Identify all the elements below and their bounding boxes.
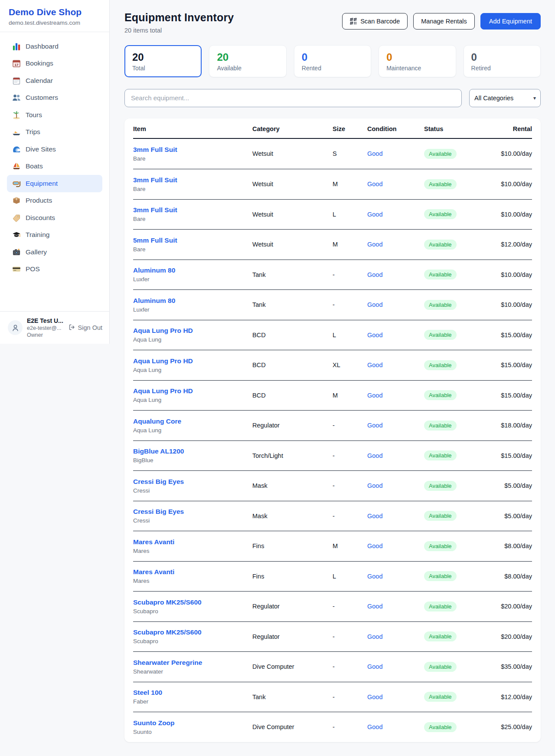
item-name-link[interactable]: Mares Avanti bbox=[133, 568, 174, 576]
column-header-item: Item bbox=[133, 118, 252, 138]
sidebar-item-products[interactable]: Products bbox=[7, 192, 102, 210]
item-condition-link[interactable]: Good bbox=[367, 150, 382, 157]
item-condition-link[interactable]: Good bbox=[367, 362, 382, 368]
item-name-link[interactable]: BigBlue AL1200 bbox=[133, 447, 184, 455]
sidebar-item-customers[interactable]: Customers bbox=[7, 89, 102, 107]
item-name-link[interactable]: Aqua Lung Pro HD bbox=[133, 357, 193, 365]
item-condition-link[interactable]: Good bbox=[367, 633, 382, 640]
status-badge: Available bbox=[424, 511, 457, 521]
item-name-link[interactable]: Cressi Big Eyes bbox=[133, 508, 184, 516]
sidebar-item-label: Trips bbox=[26, 128, 40, 136]
stat-card-rented[interactable]: 0 Rented bbox=[294, 45, 371, 77]
item-category: Mask bbox=[252, 482, 333, 489]
stat-card-maintenance[interactable]: 0 Maintenance bbox=[379, 45, 456, 77]
manage-rentals-button[interactable]: Manage Rentals bbox=[413, 13, 475, 30]
status-badge: Available bbox=[424, 360, 457, 370]
sidebar-item-pos[interactable]: POS bbox=[7, 261, 102, 278]
item-cell: 5mm Full Suit Bare bbox=[133, 237, 252, 253]
item-name-link[interactable]: Aluminum 80 bbox=[133, 266, 175, 274]
sign-out-button[interactable]: Sign Out bbox=[69, 324, 102, 332]
item-name-link[interactable]: 3mm Full Suit bbox=[133, 146, 177, 154]
item-brand: Aqua Lung bbox=[133, 427, 252, 434]
item-name-link[interactable]: Cressi Big Eyes bbox=[133, 478, 184, 486]
item-size: - bbox=[333, 633, 367, 640]
status-badge: Available bbox=[424, 330, 457, 340]
item-name-link[interactable]: Aqualung Core bbox=[133, 417, 181, 425]
brand-title[interactable]: Demo Dive Shop bbox=[9, 7, 101, 17]
table-row: BigBlue AL1200 BigBlue Torch/Light - Goo… bbox=[133, 440, 532, 471]
status-badge: Available bbox=[424, 270, 457, 279]
sidebar-item-training[interactable]: Training bbox=[7, 227, 102, 244]
category-select-wrap: All Categories bbox=[469, 89, 541, 107]
item-rental-rate: $15.00/day bbox=[491, 392, 532, 399]
item-condition-link[interactable]: Good bbox=[367, 723, 382, 730]
item-cell: Shearwater Peregrine Shearwater bbox=[133, 659, 252, 675]
item-condition-link[interactable]: Good bbox=[367, 482, 382, 489]
sidebar-item-dive-sites[interactable]: Dive Sites bbox=[7, 141, 102, 158]
stat-card-available[interactable]: 20 Available bbox=[209, 45, 286, 77]
item-size: - bbox=[333, 723, 367, 730]
sidebar-item-dashboard[interactable]: Dashboard bbox=[7, 38, 102, 55]
stat-card-total[interactable]: 20 Total bbox=[124, 45, 202, 77]
sidebar-item-calendar[interactable]: Calendar bbox=[7, 72, 102, 89]
item-name-link[interactable]: 5mm Full Suit bbox=[133, 237, 177, 244]
item-name-link[interactable]: Shearwater Peregrine bbox=[133, 659, 202, 667]
sidebar-item-equipment[interactable]: Equipment bbox=[7, 175, 102, 192]
header-actions: Scan Barcode Manage Rentals Add Equipmen… bbox=[342, 13, 541, 30]
item-size: L bbox=[333, 332, 367, 339]
item-name-link[interactable]: Aluminum 80 bbox=[133, 297, 175, 305]
search-input[interactable] bbox=[124, 89, 462, 107]
sidebar-item-discounts[interactable]: Discounts bbox=[7, 209, 102, 227]
sidebar-item-gallery[interactable]: Gallery bbox=[7, 243, 102, 261]
item-condition-link[interactable]: Good bbox=[367, 603, 382, 610]
item-name-link[interactable]: 3mm Full Suit bbox=[133, 176, 177, 184]
item-size: M bbox=[333, 392, 367, 399]
item-condition-link[interactable]: Good bbox=[367, 513, 382, 519]
sidebar-item-tours[interactable]: Tours bbox=[7, 106, 102, 124]
item-name-link[interactable]: Scubapro MK25/S600 bbox=[133, 598, 202, 606]
item-brand: Aqua Lung bbox=[133, 336, 252, 343]
item-category: Dive Computer bbox=[252, 663, 333, 670]
app-root: Demo Dive Shop demo.test.divestreams.com… bbox=[0, 0, 555, 756]
item-condition-link[interactable]: Good bbox=[367, 271, 382, 278]
status-badge: Available bbox=[424, 631, 457, 641]
add-equipment-button[interactable]: Add Equipment bbox=[480, 13, 541, 30]
sidebar-item-boats[interactable]: Boats bbox=[7, 158, 102, 175]
item-condition-link[interactable]: Good bbox=[367, 694, 382, 700]
item-name-link[interactable]: Steel 100 bbox=[133, 689, 162, 697]
item-name-link[interactable]: Aqua Lung Pro HD bbox=[133, 387, 193, 395]
item-brand: Suunto bbox=[133, 729, 252, 735]
sidebar-item-bookings[interactable]: 17 Bookings bbox=[7, 55, 102, 72]
sidebar-item-trips[interactable]: Trips bbox=[7, 124, 102, 141]
item-condition-link[interactable]: Good bbox=[367, 452, 382, 459]
category-select[interactable]: All Categories bbox=[469, 89, 541, 107]
item-condition-link[interactable]: Good bbox=[367, 301, 382, 308]
item-condition-link[interactable]: Good bbox=[367, 241, 382, 248]
sidebar-item-label: Dive Sites bbox=[26, 145, 56, 153]
item-condition-link[interactable]: Good bbox=[367, 542, 382, 549]
item-cell: 3mm Full Suit Bare bbox=[133, 146, 252, 162]
item-size: - bbox=[333, 694, 367, 700]
item-rental-rate: $10.00/day bbox=[491, 271, 532, 278]
scan-barcode-button[interactable]: Scan Barcode bbox=[342, 13, 408, 30]
user-meta: E2E Test U... e2e-tester@... Owner bbox=[27, 317, 64, 338]
sidebar-item-label: Gallery bbox=[26, 248, 47, 256]
item-condition-link[interactable]: Good bbox=[367, 392, 382, 399]
item-condition-link[interactable]: Good bbox=[367, 663, 382, 670]
item-name-link[interactable]: Aqua Lung Pro HD bbox=[133, 327, 193, 335]
people-icon bbox=[12, 93, 21, 102]
stat-card-retired[interactable]: 0 Retired bbox=[464, 45, 541, 77]
table-row: Scubapro MK25/S600 Scubapro Regulator - … bbox=[133, 621, 532, 652]
item-condition-link[interactable]: Good bbox=[367, 422, 382, 429]
item-name-link[interactable]: Scubapro MK25/S600 bbox=[133, 628, 202, 636]
page-header: Equipment Inventory 20 items total Scan … bbox=[124, 11, 541, 34]
item-name-link[interactable]: Suunto Zoop bbox=[133, 719, 175, 727]
item-name-link[interactable]: Mares Avanti bbox=[133, 538, 174, 546]
item-name-link[interactable]: 3mm Full Suit bbox=[133, 206, 177, 214]
item-condition-link[interactable]: Good bbox=[367, 211, 382, 218]
item-condition-link[interactable]: Good bbox=[367, 573, 382, 580]
item-condition-link[interactable]: Good bbox=[367, 181, 382, 187]
item-rental-rate: $15.00/day bbox=[491, 362, 532, 368]
item-condition-link[interactable]: Good bbox=[367, 332, 382, 339]
item-rental-rate: $20.00/day bbox=[491, 633, 532, 640]
